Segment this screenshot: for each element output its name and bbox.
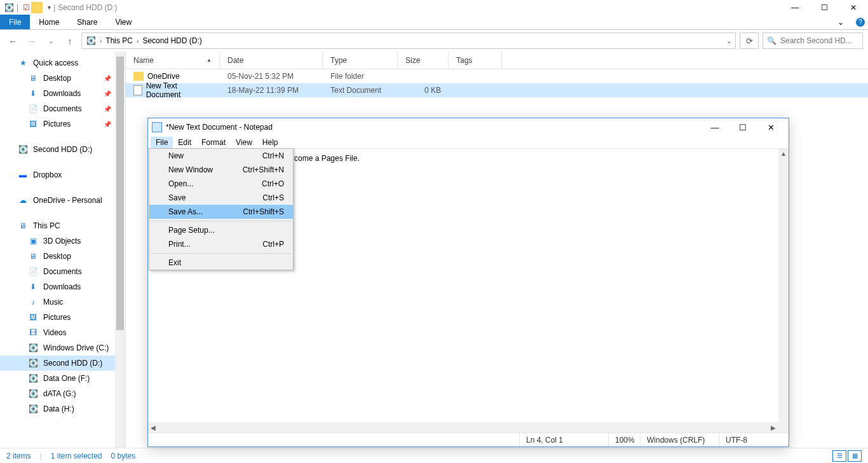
status-enc: UTF-8	[719, 433, 789, 446]
sidebar-pictures[interactable]: 🖼Pictures📌	[0, 116, 125, 132]
sidebar-drive-f[interactable]: 💽Data One (F:)	[0, 371, 125, 386]
col-date[interactable]: Date	[220, 52, 323, 69]
menu-item-new[interactable]: NewCtrl+N	[149, 149, 293, 163]
tab-view[interactable]: View	[106, 15, 140, 29]
notepad-maximize-button[interactable]: ☐	[729, 118, 757, 136]
minimize-button[interactable]: —	[780, 0, 810, 15]
up-button[interactable]: ↑	[62, 36, 78, 46]
help-button[interactable]: ?	[853, 15, 868, 29]
file-row[interactable]: New Text Document18-May-22 11:39 PMText …	[126, 83, 868, 97]
chevron-icon[interactable]: ›	[100, 38, 102, 45]
ribbon-dropdown[interactable]: ⌄	[829, 15, 853, 29]
close-button[interactable]: ✕	[839, 0, 868, 15]
sidebar-tpc-videos[interactable]: 🎞Videos	[0, 325, 125, 340]
col-tags[interactable]: Tags	[449, 52, 502, 69]
menu-format[interactable]: Format	[196, 137, 231, 148]
column-headers: Name▲ Date Type Size Tags	[126, 52, 868, 69]
sidebar-drive-h[interactable]: 💽Data (H:)	[0, 401, 125, 417]
pictures-icon: 🖼	[28, 119, 38, 129]
sidebar-tpc-downloads[interactable]: ⬇Downloads	[0, 279, 125, 294]
folder-icon	[31, 2, 43, 13]
desktop-icon: 🖥	[28, 251, 38, 261]
tab-file[interactable]: File	[0, 15, 30, 29]
forward-button[interactable]: →	[24, 36, 39, 46]
sidebar-tpc-desktop[interactable]: 🖥Desktop	[0, 249, 125, 264]
pc-icon: 🖥	[18, 221, 28, 231]
nav-scrollbar[interactable]	[115, 52, 125, 448]
cloud-icon: ☁	[18, 195, 28, 205]
sidebar-second-hdd[interactable]: 💽Second HDD (D:)	[0, 142, 125, 157]
music-icon: ♪	[28, 297, 38, 307]
notepad-hscroll[interactable]: ◀▶	[148, 422, 778, 432]
view-details-button[interactable]: ☰	[832, 450, 846, 462]
notepad-minimize-button[interactable]: —	[701, 118, 729, 136]
notepad-content: come a Pages File.	[294, 154, 360, 163]
cube-icon: ▣	[28, 236, 38, 246]
refresh-button[interactable]: ⟳	[740, 32, 759, 49]
sidebar-documents[interactable]: 📄Documents📌	[0, 101, 125, 116]
menu-file[interactable]: File	[151, 137, 173, 148]
sidebar-drive-g[interactable]: 💽dATA (G:)	[0, 386, 125, 401]
sidebar-drive-d[interactable]: 💽Second HDD (D:)	[0, 356, 125, 371]
col-type[interactable]: Type	[323, 52, 398, 69]
check-icon[interactable]: ☑	[21, 3, 31, 13]
notepad-close-button[interactable]: ✕	[757, 118, 785, 136]
sidebar-3d-objects[interactable]: ▣3D Objects	[0, 233, 125, 249]
menu-item-save[interactable]: SaveCtrl+S	[149, 191, 293, 205]
drive-icon: 💽	[28, 404, 38, 414]
notepad-title: *New Text Document - Notepad	[166, 123, 273, 132]
pin-icon: 📌	[104, 121, 111, 128]
status-pos: Ln 4, Col 1	[519, 433, 608, 446]
quick-access[interactable]: ★Quick access	[0, 55, 125, 71]
back-button[interactable]: ←	[5, 36, 20, 46]
sidebar-this-pc[interactable]: 🖥This PC	[0, 218, 125, 233]
sidebar-desktop[interactable]: 🖥Desktop📌	[0, 71, 125, 86]
pin-icon: 📌	[104, 75, 111, 82]
chevron-icon[interactable]: ›	[137, 38, 139, 45]
tab-share[interactable]: Share	[68, 15, 106, 29]
menu-item-save-as[interactable]: Save As...Ctrl+Shift+S	[149, 205, 293, 219]
sidebar-tpc-pictures[interactable]: 🖼Pictures	[0, 310, 125, 325]
sidebar-drive-c[interactable]: 💽Windows Drive (C:)	[0, 340, 125, 356]
sort-asc-icon: ▲	[207, 57, 212, 63]
sidebar-onedrive[interactable]: ☁OneDrive - Personal	[0, 193, 125, 208]
status-eol: Windows (CRLF)	[640, 433, 719, 446]
history-dropdown[interactable]: ⌄	[43, 38, 58, 45]
search-input[interactable]: 🔍 Search Second HD...	[763, 32, 863, 49]
menu-edit[interactable]: Edit	[173, 137, 196, 148]
status-count: 2 items	[6, 452, 31, 460]
status-bar: 2 items | 1 item selected 0 bytes ☰ ▦	[0, 448, 868, 463]
breadcrumb-leaf[interactable]: Second HDD (D:)	[142, 36, 201, 45]
address-bar[interactable]: 💽 › This PC › Second HDD (D:) ⌄	[81, 32, 736, 49]
col-size[interactable]: Size	[398, 52, 449, 69]
tab-home[interactable]: Home	[30, 15, 68, 29]
sidebar-tpc-documents[interactable]: 📄Documents	[0, 264, 125, 279]
menu-item-open[interactable]: Open...Ctrl+O	[149, 177, 293, 191]
qat-dropdown-icon[interactable]: ▾	[48, 4, 51, 11]
menu-view[interactable]: View	[231, 137, 257, 148]
desktop-icon: 🖥	[28, 73, 38, 83]
breadcrumb-root[interactable]: This PC	[105, 36, 133, 45]
sidebar-dropbox[interactable]: ▬Dropbox	[0, 167, 125, 183]
menu-help[interactable]: Help	[257, 137, 283, 148]
addr-dropdown-icon[interactable]: ⌄	[726, 38, 731, 45]
drive-icon: 💽	[28, 343, 38, 353]
document-icon	[133, 85, 142, 95]
menu-item-new-window[interactable]: New WindowCtrl+Shift+N	[149, 163, 293, 177]
pin-icon: 📌	[104, 90, 111, 97]
notepad-icon	[152, 122, 162, 132]
file-row[interactable]: OneDrive05-Nov-21 5:32 PMFile folder	[126, 69, 868, 83]
view-large-button[interactable]: ▦	[848, 450, 862, 462]
menu-item-page-setup[interactable]: Page Setup...	[149, 223, 293, 237]
col-name[interactable]: Name▲	[126, 52, 220, 69]
download-icon: ⬇	[28, 88, 38, 99]
menu-item-exit[interactable]: Exit	[149, 256, 293, 270]
menu-item-print[interactable]: Print...Ctrl+P	[149, 237, 293, 251]
sidebar-tpc-music[interactable]: ♪Music	[0, 294, 125, 310]
notepad-title-bar[interactable]: *New Text Document - Notepad — ☐ ✕	[148, 118, 789, 136]
maximize-button[interactable]: ☐	[810, 0, 839, 15]
sidebar-downloads[interactable]: ⬇Downloads📌	[0, 86, 125, 101]
ribbon: File Home Share View ⌄ ?	[0, 15, 868, 30]
notepad-vscroll[interactable]: ▲	[778, 149, 789, 432]
drive-icon: 💽	[28, 389, 38, 399]
